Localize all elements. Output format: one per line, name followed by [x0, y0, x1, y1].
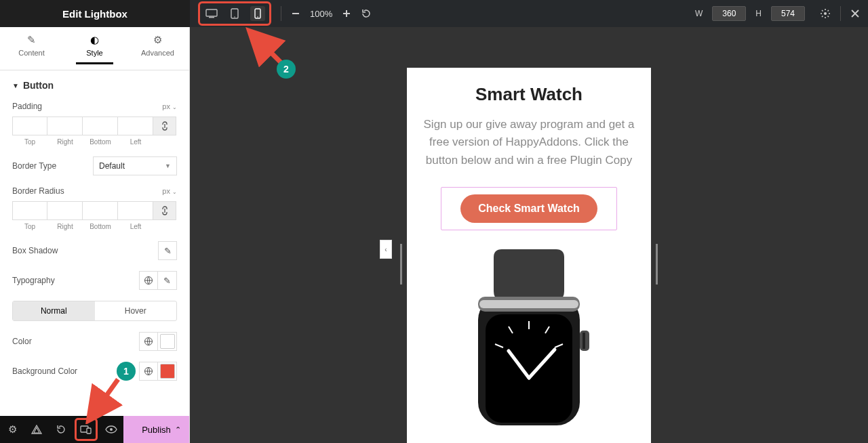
- svg-rect-1: [209, 17, 214, 18]
- sidebar-header: Edit Lightbox: [0, 0, 190, 27]
- state-normal-tab[interactable]: Normal: [13, 301, 95, 320]
- padding-link-toggle[interactable]: [153, 117, 176, 135]
- settings-icon[interactable]: [820, 8, 831, 19]
- section-button-toggle[interactable]: ▼ Button: [12, 80, 177, 91]
- cta-button[interactable]: Check Smart Watch: [460, 194, 597, 223]
- panel-title: Edit Lightbox: [15, 8, 175, 20]
- zoom-level[interactable]: 100%: [310, 9, 332, 19]
- tab-content[interactable]: ✎ Content: [0, 27, 63, 70]
- tab-content-label: Content: [18, 49, 45, 57]
- zoom-in-button[interactable]: [342, 9, 351, 18]
- border-type-value: Default: [99, 161, 125, 171]
- tab-style[interactable]: ◐ Style: [63, 27, 126, 70]
- tab-style-label: Style: [86, 49, 102, 57]
- svg-rect-6: [292, 13, 299, 14]
- device-switcher: [198, 1, 271, 26]
- state-tabs: Normal Hover: [12, 301, 177, 321]
- reset-zoom-button[interactable]: [361, 8, 372, 19]
- callout-1: 1: [117, 362, 136, 381]
- preview-frame: Smart Watch Sign up our give away progra…: [407, 68, 651, 443]
- bg-color-globe-button[interactable]: [139, 362, 158, 381]
- border-type-label: Border Type: [12, 161, 56, 171]
- box-shadow-label: Box Shadow: [12, 246, 58, 255]
- radius-left-input[interactable]: [118, 201, 153, 220]
- bg-color-swatch[interactable]: [158, 362, 177, 381]
- pencil-icon: ✎: [27, 34, 36, 46]
- bg-color-label: Background Color: [12, 366, 77, 376]
- padding-inputs: [12, 117, 153, 135]
- svg-line-30: [252, 34, 281, 63]
- radius-link-toggle[interactable]: [153, 201, 176, 220]
- svg-rect-18: [479, 300, 578, 308]
- preview-heading: Smart Watch: [475, 84, 583, 105]
- padding-label: Padding: [12, 102, 42, 111]
- arrow-1: [84, 377, 125, 424]
- preview-description: Sign up our give away program and get a …: [422, 116, 636, 169]
- radius-bottom-input[interactable]: [83, 201, 118, 220]
- style-panel: ▼ Button Padding px ⌄: [0, 70, 189, 416]
- gear-icon: ⚙: [153, 34, 162, 46]
- zoom-out-button[interactable]: [291, 9, 300, 18]
- callout-2: 2: [277, 60, 296, 79]
- box-shadow-edit-button[interactable]: ✎: [158, 241, 177, 260]
- typography-edit-button[interactable]: ✎: [158, 271, 177, 290]
- publish-button[interactable]: Publish ⌃: [123, 416, 189, 443]
- section-title: Button: [23, 80, 54, 91]
- radius-side-labels: TopRightBottomLeft: [12, 223, 177, 230]
- cta-selection-outline[interactable]: Check Smart Watch: [441, 187, 617, 230]
- padding-unit-select[interactable]: px ⌄: [162, 102, 177, 110]
- width-label: W: [695, 9, 703, 18]
- collapse-sidebar-button[interactable]: ‹: [380, 240, 392, 259]
- typography-globe-button[interactable]: [139, 271, 158, 290]
- footer-settings-icon[interactable]: ⚙: [0, 416, 24, 443]
- frame-resize-handle-left[interactable]: [400, 244, 402, 284]
- svg-point-15: [110, 428, 113, 431]
- svg-point-9: [824, 12, 827, 15]
- padding-bottom-input[interactable]: [83, 117, 118, 135]
- panel-tabs: ✎ Content ◐ Style ⚙ Advanced: [0, 27, 189, 70]
- device-desktop-button[interactable]: [204, 6, 219, 21]
- device-tablet-button[interactable]: [227, 6, 242, 21]
- padding-top-input[interactable]: [12, 117, 47, 135]
- color-label: Color: [12, 337, 32, 346]
- border-type-select[interactable]: Default ▼: [93, 156, 177, 175]
- footer-navigator-icon[interactable]: [24, 416, 49, 443]
- radius-right-input[interactable]: [47, 201, 83, 220]
- svg-rect-19: [486, 314, 572, 423]
- svg-rect-21: [583, 333, 585, 349]
- height-label: H: [755, 9, 762, 18]
- state-hover-tab[interactable]: Hover: [95, 301, 177, 320]
- svg-point-3: [234, 16, 235, 18]
- svg-line-29: [91, 379, 118, 417]
- radius-top-input[interactable]: [12, 201, 47, 220]
- footer-history-icon[interactable]: [49, 416, 73, 443]
- border-radius-unit-select[interactable]: px ⌄: [162, 187, 177, 195]
- svg-rect-0: [206, 9, 217, 16]
- caret-down-icon: ▼: [12, 82, 19, 89]
- height-input[interactable]: [771, 6, 805, 21]
- svg-rect-14: [87, 428, 91, 434]
- device-mobile-button[interactable]: [250, 6, 265, 21]
- width-input[interactable]: [712, 6, 746, 21]
- padding-right-input[interactable]: [47, 117, 83, 135]
- color-globe-button[interactable]: [139, 332, 158, 351]
- close-button[interactable]: [850, 9, 860, 18]
- canvas-toolbar: 100% W H: [190, 0, 868, 27]
- frame-resize-handle-right[interactable]: [656, 244, 658, 284]
- canvas[interactable]: ‹ Smart Watch Sign up our give away prog…: [190, 27, 868, 443]
- watch-image: [441, 249, 617, 425]
- border-radius-label: Border Radius: [12, 186, 64, 196]
- tab-advanced-label: Advanced: [141, 49, 174, 57]
- tab-advanced[interactable]: ⚙ Advanced: [126, 27, 189, 70]
- svg-point-5: [257, 16, 258, 18]
- contrast-icon: ◐: [90, 34, 99, 46]
- typography-label: Typography: [12, 276, 55, 285]
- svg-rect-8: [346, 10, 347, 17]
- padding-left-input[interactable]: [118, 117, 153, 135]
- publish-label: Publish: [142, 425, 171, 435]
- toolbar-separator-2: [840, 6, 841, 21]
- chevron-up-icon: ⌃: [175, 425, 181, 434]
- chevron-down-icon: ▼: [165, 163, 171, 169]
- color-swatch[interactable]: [158, 332, 177, 351]
- padding-side-labels: TopRightBottomLeft: [12, 138, 177, 146]
